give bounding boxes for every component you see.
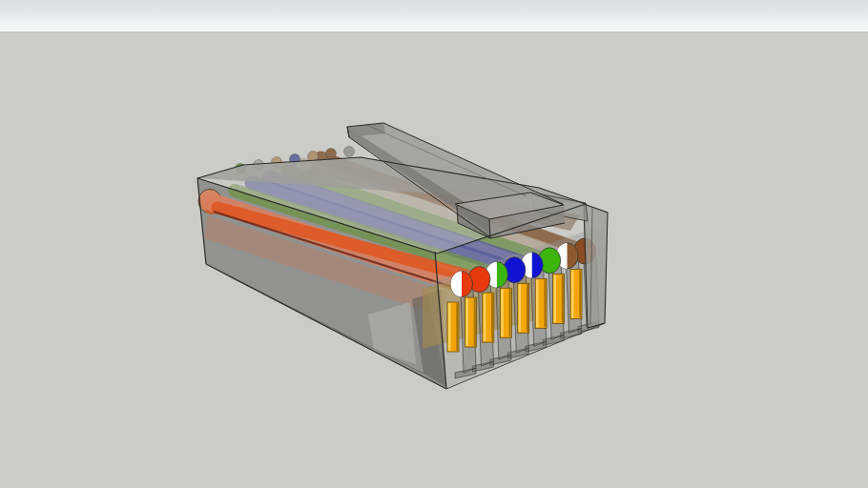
pin-shade (527, 284, 528, 332)
model-canvas (0, 32, 868, 488)
pin-shade (456, 303, 458, 351)
pin-shade (579, 270, 581, 317)
pin-highlight (536, 279, 539, 327)
gold-pin-8 (570, 269, 582, 318)
gold-pin-3 (483, 293, 494, 342)
pin-highlight (484, 294, 486, 341)
wire-bump-6 (344, 147, 355, 157)
pin-highlight (448, 303, 451, 351)
pin-shade (491, 294, 493, 341)
gold-pin-5 (518, 283, 529, 333)
viewer-window (0, 0, 868, 488)
pin-shade (544, 279, 546, 327)
pin-highlight (465, 298, 468, 346)
rj45-model (197, 123, 608, 389)
pin-highlight (571, 270, 574, 317)
wire-end-white-orange (451, 272, 473, 297)
pin-shade (562, 274, 564, 322)
pin-highlight (519, 284, 522, 332)
gold-pin-1 (447, 302, 459, 352)
gold-pin-2 (465, 297, 476, 347)
pin-highlight (501, 289, 504, 336)
pin-shade (474, 298, 476, 346)
3d-viewport[interactable] (0, 32, 868, 488)
viewer-header (0, 0, 868, 32)
pin-shade (509, 289, 511, 336)
wire-bump-5 (326, 149, 337, 159)
pin-highlight (553, 274, 556, 322)
right-end-cap (584, 204, 608, 328)
gold-pin-4 (500, 288, 511, 337)
gold-pin-6 (535, 278, 547, 328)
gold-pin-7 (553, 274, 565, 323)
